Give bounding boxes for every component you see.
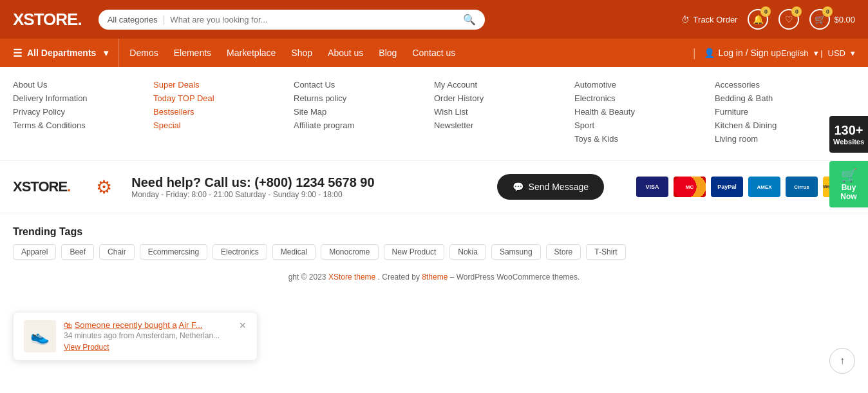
navbar: ☰ All Departments ▾ Demos Elements Marke… <box>0 39 868 67</box>
search-bar: All categories | 🔍 <box>99 10 485 30</box>
footer-link-furniture[interactable]: Furniture <box>715 107 849 117</box>
tag-medical[interactable]: Medical <box>272 244 316 260</box>
bottom-logo: XSTORE. <box>13 178 83 195</box>
footer-link-living[interactable]: Living room <box>715 134 849 144</box>
nav-blog[interactable]: Blog <box>379 48 397 58</box>
footer-link-delivery[interactable]: Delivery Information <box>13 93 147 103</box>
cart-float-icon: 🛒 <box>833 168 864 183</box>
wishlist-button[interactable]: ♡ 0 <box>778 9 799 30</box>
search-button[interactable]: 🔍 <box>463 14 476 26</box>
footer-col-3: Contact Us Returns policy Site Map Affil… <box>294 80 434 154</box>
footer-link-returns[interactable]: Returns policy <box>294 93 428 103</box>
footer-link-toys[interactable]: Toys & Kids <box>574 134 708 144</box>
footer-link-today-deal[interactable]: Today TOP Deal <box>153 93 287 103</box>
nav-shop[interactable]: Shop <box>291 48 312 58</box>
cart-badge: 0 <box>822 6 833 17</box>
cart-button[interactable]: 🛒 0 $0.00 <box>809 9 855 30</box>
nav-divider: | <box>693 46 696 60</box>
footer-link-affiliate[interactable]: Affiliate program <box>294 120 428 130</box>
send-message-button[interactable]: 💬 Send Message <box>497 174 604 200</box>
footer-col-5: Automotive Electronics Health & Beauty S… <box>574 80 715 154</box>
tag-monocrome[interactable]: Monocrome <box>321 244 378 260</box>
tag-samsung[interactable]: Samsung <box>491 244 541 260</box>
lang-currency: English ▾ | USD ▾ <box>781 48 855 58</box>
user-icon: 👤 <box>704 48 715 58</box>
footer-link-wishlist[interactable]: Wish List <box>434 107 568 117</box>
tag-ecommercsing[interactable]: Ecommercsing <box>140 244 207 260</box>
cart-icon-circle: 🛒 0 <box>809 9 830 30</box>
nav-contact[interactable]: Contact us <box>412 48 455 58</box>
footer-link-privacy[interactable]: Privacy Policy <box>13 107 147 117</box>
header-actions: ⏱ Track Order 🔔 0 ♡ 0 🛒 0 $0.00 <box>681 9 855 30</box>
footer-col-4: My Account Order History Wish List Newsl… <box>434 80 574 154</box>
bottom-bar: XSTORE. ⚙ Need help? Call us: (+800) 123… <box>0 161 868 213</box>
currency-selector[interactable]: USD <box>828 48 845 58</box>
footer-link-sport[interactable]: Sport <box>574 120 708 130</box>
help-hours: Monday - Friday: 8:00 - 21:00 Saturday -… <box>131 190 374 199</box>
chevron-down-icon: ▾ <box>104 48 108 58</box>
tag-beef[interactable]: Beef <box>61 244 94 260</box>
footer-link-sitemap[interactable]: Site Map <box>294 107 428 117</box>
search-divider: | <box>163 14 165 24</box>
language-selector[interactable]: English <box>781 48 809 58</box>
nav-elements[interactable]: Elements <box>174 48 211 58</box>
trending-section: Trending Tags Apparel Beef Chair Ecommer… <box>0 213 868 266</box>
amex-icon: AMEX <box>748 177 780 197</box>
float-buy-button[interactable]: 🛒 Buy Now <box>829 161 868 207</box>
store-link[interactable]: XStore theme <box>328 273 375 282</box>
footer-link-about[interactable]: About Us <box>13 80 147 90</box>
category-dropdown[interactable]: All categories <box>108 15 158 24</box>
hamburger-icon: ☰ <box>13 47 22 59</box>
logo: XSTORE. <box>13 10 82 30</box>
tag-tshirt[interactable]: T-Shirt <box>586 244 625 260</box>
footer-col-2: Super Deals Today TOP Deal Bestsellers S… <box>153 80 294 154</box>
footer-link-bestsellers[interactable]: Bestsellers <box>153 107 287 117</box>
copyright: ght © 2023 XStore theme . Created by 8th… <box>0 266 868 294</box>
footer-link-electronics[interactable]: Electronics <box>574 93 708 103</box>
footer-col-1: About Us Delivery Information Privacy Po… <box>13 80 153 154</box>
tag-chair[interactable]: Chair <box>99 244 135 260</box>
footer-link-super-deals[interactable]: Super Deals <box>153 80 287 90</box>
help-icon: ⚙ <box>96 177 112 198</box>
login-button[interactable]: 👤 Log in / Sign up <box>704 48 781 58</box>
footer-link-kitchen[interactable]: Kitchen & Dining <box>715 120 849 130</box>
cirrus-icon: Cirrus <box>786 177 818 197</box>
creator-link[interactable]: 8theme <box>422 273 448 282</box>
footer-link-health-beauty[interactable]: Health & Beauty <box>574 107 708 117</box>
nav-demos[interactable]: Demos <box>129 48 158 58</box>
tag-nokia[interactable]: Nokia <box>449 244 486 260</box>
mastercard-icon: MC <box>674 177 706 197</box>
nav-marketplace[interactable]: Marketplace <box>227 48 276 58</box>
clock-icon: ⏱ <box>681 15 690 24</box>
wishlist-badge: 0 <box>791 6 802 17</box>
all-departments-button[interactable]: ☰ All Departments ▾ <box>13 39 119 67</box>
track-order-button[interactable]: ⏱ Track Order <box>681 15 738 24</box>
footer-link-order-history[interactable]: Order History <box>434 93 568 103</box>
footer-link-newsletter[interactable]: Newsletter <box>434 120 568 130</box>
footer-link-contact[interactable]: Contact Us <box>294 80 428 90</box>
tag-electronics[interactable]: Electronics <box>212 244 267 260</box>
footer-link-automotive[interactable]: Automotive <box>574 80 708 90</box>
tag-new-product[interactable]: New Product <box>384 244 445 260</box>
notifications-button[interactable]: 🔔 0 <box>748 9 768 30</box>
trending-title: Trending Tags <box>13 226 82 238</box>
notifications-badge: 0 <box>760 6 771 17</box>
footer-links: About Us Delivery Information Privacy Po… <box>0 67 868 161</box>
tag-apparel[interactable]: Apparel <box>13 244 56 260</box>
footer-link-special[interactable]: Special <box>153 120 287 130</box>
header: XSTORE. All categories | 🔍 ⏱ Track Order… <box>0 0 868 39</box>
footer-link-accessories[interactable]: Accessories <box>715 80 849 90</box>
tag-store[interactable]: Store <box>546 244 581 260</box>
float-130-button[interactable]: 130+ Websites <box>829 116 868 153</box>
footer-link-bedding[interactable]: Bedding & Bath <box>715 93 849 103</box>
help-title: Need help? Call us: (+800) 1234 5678 90 <box>131 175 374 190</box>
paypal-icon: PayPal <box>711 177 743 197</box>
tags-row: Apparel Beef Chair Ecommercsing Electron… <box>13 244 855 260</box>
nav-about[interactable]: About us <box>328 48 363 58</box>
help-text: Need help? Call us: (+800) 1234 5678 90 … <box>131 175 374 199</box>
search-input[interactable] <box>170 15 462 24</box>
footer-link-my-account[interactable]: My Account <box>434 80 568 90</box>
payment-icons: VISA MC PayPal AMEX Cirrus Western Union <box>636 177 855 197</box>
nav-links: Demos Elements Marketplace Shop About us… <box>129 48 693 58</box>
footer-link-terms[interactable]: Terms & Conditions <box>13 120 147 130</box>
